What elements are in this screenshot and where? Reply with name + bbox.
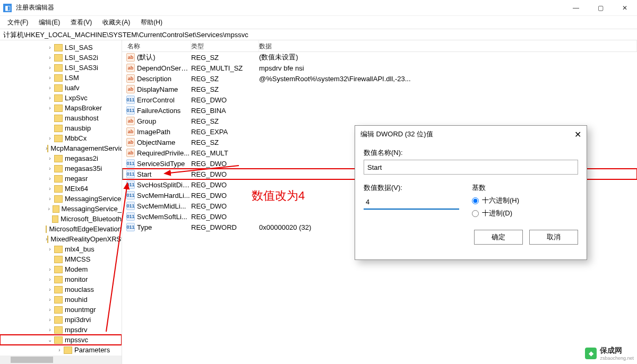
radio-dec-input[interactable] — [472, 210, 479, 217]
tree-item-mausbip[interactable]: mausbip — [0, 123, 122, 133]
chevron-right-icon[interactable]: › — [46, 327, 54, 333]
address-bar[interactable]: 计算机\HKEY_LOCAL_MACHINE\SYSTEM\CurrentCon… — [0, 29, 637, 40]
chevron-right-icon[interactable]: › — [46, 95, 54, 101]
tree-item-mpssvc[interactable]: ⌄mpssvc — [0, 335, 122, 345]
tree-item-meix64[interactable]: ›MEIx64 — [0, 184, 122, 194]
value-type: REG_DWO — [191, 192, 259, 200]
horizontal-scrollbar[interactable] — [0, 356, 122, 364]
tree-item-mmcss[interactable]: MMCSS — [0, 254, 122, 264]
radio-dec[interactable]: 十进制(D) — [472, 209, 578, 218]
string-value-icon: ab — [126, 74, 135, 83]
tree-item-megasas35i[interactable]: ›megasas35i — [0, 163, 122, 174]
chevron-right-icon[interactable]: › — [46, 266, 54, 272]
tree-item-lsi_sas3i[interactable]: ›LSI_SAS3i — [0, 63, 122, 73]
chevron-right-icon[interactable]: › — [46, 206, 53, 212]
column-type[interactable]: 类型 — [191, 40, 259, 51]
chevron-down-icon[interactable]: ⌄ — [46, 337, 54, 343]
value-row[interactable]: abDependOnServi...REG_MULTI_SZmpsdrv bfe… — [122, 63, 637, 73]
cancel-button[interactable]: 取消 — [529, 230, 578, 245]
chevron-right-icon[interactable]: › — [46, 176, 54, 181]
tree-item-mlx4_bus[interactable]: ›mlx4_bus — [0, 244, 122, 254]
value-row[interactable]: 011ErrorControlREG_DWO — [122, 94, 637, 105]
tree-item-mpi3drvi[interactable]: ›mpi3drvi — [0, 315, 122, 325]
value-name: ObjectName — [137, 138, 191, 146]
tree-item-luafv[interactable]: ›luafv — [0, 83, 122, 93]
value-data-field[interactable] — [364, 195, 459, 210]
value-type: REG_DWORD — [191, 223, 259, 231]
tree-item-lsm[interactable]: ›LSM — [0, 73, 122, 83]
chevron-right-icon[interactable]: › — [46, 196, 54, 202]
tree-item-microsoftedgeelevation[interactable]: MicrosoftEdgeElevation — [0, 224, 122, 234]
chevron-right-icon[interactable]: › — [46, 65, 54, 71]
chevron-right-icon[interactable]: › — [46, 75, 54, 81]
menu-view[interactable]: 查看(V) — [65, 17, 97, 28]
tree-item-lsi_sas[interactable]: ›LSI_SAS — [0, 42, 122, 53]
chevron-right-icon[interactable]: › — [46, 276, 54, 282]
value-name-label: 数值名称(N): — [364, 148, 578, 158]
minimize-button[interactable]: — — [564, 0, 588, 16]
dialog-body: 数值名称(N): 数值数据(V): 基数 十六进制(H) 十进制(D) 确定 — [355, 143, 587, 251]
value-name-field[interactable] — [364, 160, 578, 175]
dialog-title-text: 编辑 DWORD (32 位)值 — [360, 129, 433, 139]
chevron-right-icon[interactable]: › — [46, 85, 54, 91]
chevron-right-icon[interactable]: › — [46, 246, 54, 252]
binary-value-icon: 011 — [126, 223, 135, 231]
chevron-right-icon[interactable]: › — [46, 287, 54, 292]
value-row[interactable]: abDescriptionREG_SZ@%SystemRoot%\system3… — [122, 73, 637, 84]
tree-item-modem[interactable]: ›Modem — [0, 264, 122, 274]
value-type: REG_SZ — [191, 54, 259, 62]
chevron-right-icon[interactable]: › — [46, 317, 54, 323]
chevron-right-icon[interactable]: › — [55, 347, 64, 353]
tree-item-megasas2i[interactable]: ›megasas2i — [0, 153, 122, 163]
value-row[interactable]: abGroupREG_SZ — [122, 116, 637, 126]
chevron-right-icon[interactable]: › — [46, 135, 54, 141]
tree-item-mcpmanagementservice[interactable]: ›McpManagementService — [0, 143, 122, 153]
chevron-right-icon[interactable]: › — [46, 297, 54, 302]
tree-item-mixedrealityopenxrsvc[interactable]: ›MixedRealityOpenXRSvc — [0, 234, 122, 244]
folder-icon — [54, 115, 63, 122]
tree-item-monitor[interactable]: ›monitor — [0, 274, 122, 284]
value-row[interactable]: 011FailureActionsREG_BINA — [122, 105, 637, 116]
maximize-button[interactable]: ▢ — [588, 0, 613, 16]
tree[interactable]: ›LSI_SAS›LSI_SAS2i›LSI_SAS3i›LSM›luafv›L… — [0, 40, 122, 364]
tree-item-lxpsvc[interactable]: ›LxpSvc — [0, 93, 122, 103]
value-row[interactable]: ab(默认)REG_SZ(数值未设置) — [122, 52, 637, 63]
value-row[interactable]: abDisplayNameREG_SZ — [122, 84, 637, 94]
vertical-scrollbar-thumb[interactable] — [122, 169, 123, 179]
tree-item-mbbcx[interactable]: ›MbbCx — [0, 133, 122, 143]
menu-edit[interactable]: 编辑(E) — [33, 17, 65, 28]
chevron-right-icon[interactable]: › — [46, 307, 54, 313]
column-data[interactable]: 数据 — [259, 40, 637, 51]
chevron-right-icon[interactable]: › — [46, 155, 54, 161]
chevron-right-icon[interactable]: › — [46, 105, 54, 111]
tree-item-mouhid[interactable]: ›mouhid — [0, 294, 122, 305]
folder-icon — [54, 175, 63, 183]
tree-item-messagingservice[interactable]: ›MessagingService — [0, 194, 122, 204]
tree-item-mouclass[interactable]: ›mouclass — [0, 284, 122, 294]
dialog-close-button[interactable]: ✕ — [574, 129, 581, 140]
menu-help[interactable]: 帮助(H) — [135, 17, 168, 28]
tree-item-mausbhost[interactable]: mausbhost — [0, 113, 122, 123]
ok-button[interactable]: 确定 — [474, 230, 523, 245]
column-name[interactable]: 名称 — [122, 40, 191, 51]
tree-item-megasr[interactable]: ›megasr — [0, 174, 122, 184]
tree-item-microsoft_bluetooth[interactable]: Microsoft_Bluetooth — [0, 214, 122, 224]
tree-item-label: MicrosoftEdgeElevation — [49, 225, 122, 233]
radio-hex-input[interactable] — [472, 197, 479, 204]
tree-item-parameters[interactable]: ›Parameters — [0, 345, 122, 355]
watermark-icon: ◆ — [585, 348, 597, 359]
chevron-right-icon[interactable]: › — [46, 45, 54, 50]
close-button[interactable]: ✕ — [613, 0, 637, 16]
tree-item-mapsbroker[interactable]: ›MapsBroker — [0, 103, 122, 113]
folder-icon — [54, 44, 63, 51]
chevron-right-icon[interactable]: › — [46, 55, 54, 60]
tree-item-mountmgr[interactable]: ›mountmgr — [0, 305, 122, 315]
tree-item-lsi_sas2i[interactable]: ›LSI_SAS2i — [0, 53, 122, 63]
chevron-right-icon[interactable]: › — [46, 186, 54, 192]
tree-item-messagingservice_[interactable]: ›MessagingService_ — [0, 204, 122, 214]
menu-file[interactable]: 文件(F) — [2, 17, 33, 28]
tree-item-mpsdrv[interactable]: ›mpsdrv — [0, 325, 122, 335]
menu-favorites[interactable]: 收藏夹(A) — [97, 17, 135, 28]
radio-hex[interactable]: 十六进制(H) — [472, 196, 578, 205]
chevron-right-icon[interactable]: › — [46, 166, 54, 171]
